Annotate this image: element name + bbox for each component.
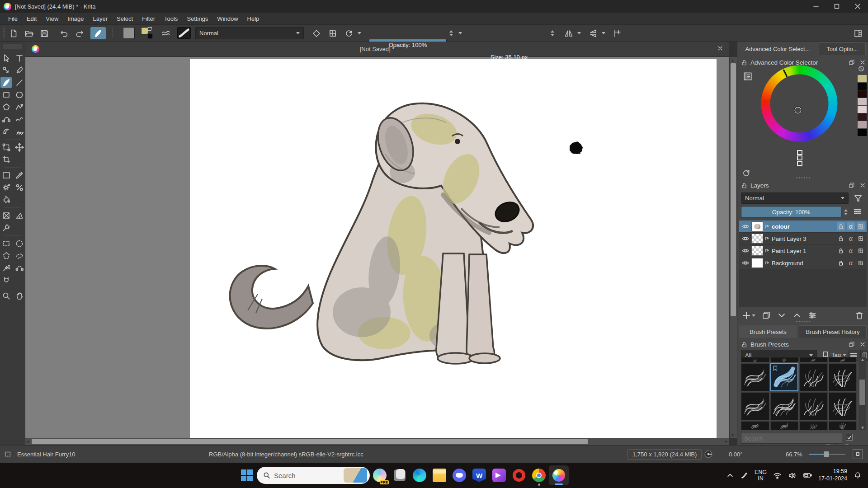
layer-lock-icon[interactable]: [837, 247, 845, 255]
layer-row-paint-layer-3[interactable]: Paint Layer 3 α: [739, 233, 867, 245]
tool-calligraphy[interactable]: [14, 65, 25, 76]
color-history-swatch[interactable]: [858, 106, 867, 113]
wrap-around-button[interactable]: [611, 27, 624, 39]
tool-rectangle[interactable]: [0, 89, 12, 100]
taskbar-app-clipchamp[interactable]: [489, 465, 509, 485]
add-layer-button[interactable]: [742, 311, 755, 320]
blending-mode-dropdown[interactable]: Normal: [195, 27, 304, 39]
tool-zoom[interactable]: [0, 290, 12, 301]
tool-move[interactable]: [14, 141, 25, 153]
color-history-swatch[interactable]: [858, 121, 867, 128]
float-docker-icon[interactable]: [849, 341, 855, 347]
tab-brush-preset-history[interactable]: Brush Preset History: [799, 325, 867, 338]
filter-in-tag-checkbox[interactable]: [846, 434, 853, 441]
layer-alpha-icon[interactable]: α: [847, 235, 855, 243]
tool-line[interactable]: [14, 77, 25, 88]
notification-bell-icon[interactable]: [854, 471, 862, 479]
taskbar-app-edge[interactable]: [410, 465, 429, 485]
pattern-chooser[interactable]: [123, 27, 135, 39]
taskbar-app-chrome[interactable]: [529, 465, 549, 485]
zoom-slider[interactable]: [809, 454, 845, 455]
layer-thumbnail[interactable]: [751, 258, 763, 268]
tool-select-shapes[interactable]: [0, 52, 12, 64]
color-history-swatch[interactable]: [858, 113, 867, 121]
tray-pen-icon[interactable]: [740, 471, 748, 479]
tool-polyline[interactable]: [14, 101, 25, 113]
brush-preset-cell[interactable]: [770, 392, 799, 420]
tool-bezier-selection[interactable]: [14, 262, 25, 273]
tool-fill[interactable]: [0, 194, 12, 205]
color-history-swatch[interactable]: [858, 129, 867, 136]
docker-splitter[interactable]: ••••••: [796, 319, 811, 324]
menu-select[interactable]: Select: [112, 14, 137, 24]
vertical-scrollbar-thumb[interactable]: [731, 63, 736, 316]
layer-row-background[interactable]: Background α: [739, 257, 867, 269]
taskbar-app-stack[interactable]: [390, 465, 410, 485]
brush-preset-cell[interactable]: [741, 392, 769, 420]
delete-layer-button[interactable]: [855, 311, 864, 321]
horizontal-scrollbar[interactable]: ◂▸: [25, 438, 729, 445]
brush-preset-cell[interactable]: [799, 357, 828, 362]
minimize-button[interactable]: [806, 0, 826, 13]
layer-thumbnail[interactable]: [751, 246, 763, 256]
taskbar-search[interactable]: Search: [257, 467, 370, 484]
layer-visibility-icon[interactable]: [741, 259, 750, 267]
save-button[interactable]: [38, 27, 51, 39]
layer-alpha-icon[interactable]: α: [847, 259, 855, 267]
tray-chevron-up-icon[interactable]: [726, 472, 734, 479]
brush-preset-cell-selected[interactable]: [770, 363, 799, 391]
tool-freehand-selection[interactable]: [14, 250, 25, 261]
tool-magnetic-selection[interactable]: [0, 274, 12, 286]
menu-file[interactable]: File: [4, 14, 22, 24]
layer-visibility-icon[interactable]: [741, 235, 750, 243]
docker-lock-icon[interactable]: [741, 341, 748, 348]
tool-enclose-fill[interactable]: [0, 210, 12, 221]
document-tab-title[interactable]: [Not Saved] *: [25, 46, 729, 52]
refresh-colors-button[interactable]: [742, 169, 750, 179]
maximize-button[interactable]: [826, 0, 847, 13]
tool-gradient[interactable]: [0, 169, 12, 181]
docker-lock-icon[interactable]: [741, 59, 748, 66]
tool-pan[interactable]: [14, 290, 25, 301]
menu-view[interactable]: View: [41, 14, 63, 24]
vertical-scrollbar[interactable]: ▴▾: [730, 57, 737, 438]
float-docker-icon[interactable]: [849, 59, 855, 66]
float-docker-icon[interactable]: [849, 182, 855, 188]
menu-edit[interactable]: Edit: [22, 14, 41, 24]
layer-lock-icon[interactable]: [837, 222, 845, 230]
workspace-chooser-button[interactable]: [852, 27, 864, 39]
tool-text[interactable]: [14, 52, 25, 64]
tool-similar-color-selection[interactable]: [0, 262, 12, 273]
preset-scrollbar[interactable]: ▲ ▼: [859, 357, 866, 430]
brush-preset-cell[interactable]: [770, 421, 799, 430]
layer-lock-icon[interactable]: [837, 235, 845, 243]
brush-preset-cell[interactable]: [829, 421, 857, 430]
taskbar-app-opera[interactable]: [509, 465, 529, 485]
tool-polygonal-selection[interactable]: [0, 250, 12, 261]
reload-preset-button[interactable]: [343, 27, 355, 39]
eraser-mode-button[interactable]: [310, 27, 323, 39]
zoom-value[interactable]: 66.7%: [786, 451, 802, 458]
brush-preset-cell[interactable]: [799, 421, 828, 430]
color-history-swatch[interactable]: [858, 83, 867, 90]
menu-tools[interactable]: Tools: [160, 14, 182, 24]
tool-elliptical-selection[interactable]: [14, 238, 25, 249]
layer-visibility-icon[interactable]: [741, 222, 750, 230]
layer-inherit-alpha-icon[interactable]: [857, 259, 865, 267]
layer-row-colour[interactable]: colour α: [739, 221, 867, 233]
canvas-viewport[interactable]: [25, 57, 729, 438]
redo-button[interactable]: [73, 27, 86, 39]
taskbar-app-discord[interactable]: [449, 465, 469, 485]
brush-preset-cell[interactable]: [799, 392, 828, 420]
tool-crop[interactable]: [0, 154, 12, 165]
tool-colorize-mask[interactable]: [14, 182, 25, 193]
layer-inherit-alpha-icon[interactable]: [857, 222, 865, 230]
brush-preset-cell[interactable]: [829, 363, 857, 391]
move-layer-down-button[interactable]: [777, 311, 786, 320]
docker-lock-icon[interactable]: [741, 182, 748, 189]
tool-bezier-curve[interactable]: [0, 113, 12, 125]
toolbar-grip-2[interactable]: [110, 27, 113, 38]
layer-thumbnail[interactable]: [751, 234, 763, 244]
opacity-spinner[interactable]: [448, 27, 454, 39]
layer-properties-button[interactable]: [808, 311, 817, 320]
